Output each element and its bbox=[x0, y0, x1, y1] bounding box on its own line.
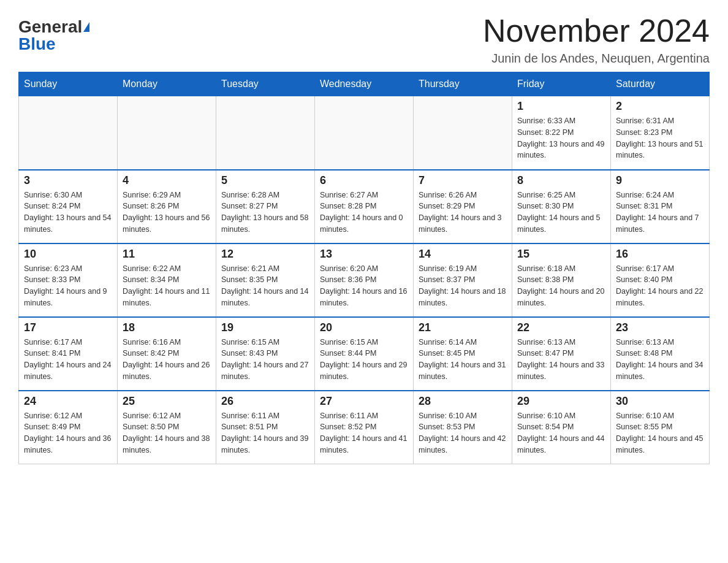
calendar-cell: 28Sunrise: 6:10 AMSunset: 8:53 PMDayligh… bbox=[414, 391, 512, 464]
day-number: 29 bbox=[517, 395, 605, 408]
calendar-cell: 9Sunrise: 6:24 AMSunset: 8:31 PMDaylight… bbox=[611, 170, 710, 243]
col-header-friday: Friday bbox=[512, 72, 611, 96]
day-number: 25 bbox=[123, 395, 211, 408]
day-number: 18 bbox=[123, 321, 211, 334]
sun-info: Sunrise: 6:13 AMSunset: 8:47 PMDaylight:… bbox=[517, 337, 605, 383]
col-header-tuesday: Tuesday bbox=[216, 72, 315, 96]
calendar-cell: 14Sunrise: 6:19 AMSunset: 8:37 PMDayligh… bbox=[414, 243, 512, 317]
day-number: 9 bbox=[616, 174, 704, 187]
logo-general-text: General bbox=[18, 18, 82, 36]
sun-info: Sunrise: 6:15 AMSunset: 8:43 PMDaylight:… bbox=[221, 337, 309, 383]
day-number: 2 bbox=[616, 100, 704, 113]
day-number: 13 bbox=[320, 248, 408, 261]
calendar-cell: 26Sunrise: 6:11 AMSunset: 8:51 PMDayligh… bbox=[216, 391, 315, 464]
calendar-cell: 4Sunrise: 6:29 AMSunset: 8:26 PMDaylight… bbox=[118, 170, 216, 243]
sun-info: Sunrise: 6:31 AMSunset: 8:23 PMDaylight:… bbox=[616, 115, 704, 161]
calendar-cell: 22Sunrise: 6:13 AMSunset: 8:47 PMDayligh… bbox=[512, 317, 611, 391]
col-header-sunday: Sunday bbox=[19, 72, 118, 96]
calendar-cell: 5Sunrise: 6:28 AMSunset: 8:27 PMDaylight… bbox=[216, 170, 315, 243]
col-header-wednesday: Wednesday bbox=[315, 72, 414, 96]
calendar-cell: 16Sunrise: 6:17 AMSunset: 8:40 PMDayligh… bbox=[611, 243, 710, 317]
calendar-cell: 8Sunrise: 6:25 AMSunset: 8:30 PMDaylight… bbox=[512, 170, 611, 243]
calendar-cell: 17Sunrise: 6:17 AMSunset: 8:41 PMDayligh… bbox=[19, 317, 118, 391]
sun-info: Sunrise: 6:13 AMSunset: 8:48 PMDaylight:… bbox=[616, 337, 704, 383]
day-number: 11 bbox=[123, 248, 211, 261]
day-number: 26 bbox=[221, 395, 309, 408]
sun-info: Sunrise: 6:20 AMSunset: 8:36 PMDaylight:… bbox=[320, 263, 408, 309]
sun-info: Sunrise: 6:26 AMSunset: 8:29 PMDaylight:… bbox=[419, 190, 507, 236]
calendar-cell bbox=[19, 96, 118, 170]
sun-info: Sunrise: 6:15 AMSunset: 8:44 PMDaylight:… bbox=[320, 337, 408, 383]
calendar-cell: 24Sunrise: 6:12 AMSunset: 8:49 PMDayligh… bbox=[19, 391, 118, 464]
day-number: 21 bbox=[419, 321, 507, 334]
calendar-week-row: 24Sunrise: 6:12 AMSunset: 8:49 PMDayligh… bbox=[19, 391, 710, 464]
sun-info: Sunrise: 6:29 AMSunset: 8:26 PMDaylight:… bbox=[123, 190, 211, 236]
day-number: 6 bbox=[320, 174, 408, 187]
col-header-thursday: Thursday bbox=[414, 72, 512, 96]
calendar-cell: 19Sunrise: 6:15 AMSunset: 8:43 PMDayligh… bbox=[216, 317, 315, 391]
day-number: 19 bbox=[221, 321, 309, 334]
day-number: 27 bbox=[320, 395, 408, 408]
day-number: 28 bbox=[419, 395, 507, 408]
col-header-saturday: Saturday bbox=[611, 72, 710, 96]
sun-info: Sunrise: 6:17 AMSunset: 8:41 PMDaylight:… bbox=[24, 337, 112, 383]
calendar-cell: 30Sunrise: 6:10 AMSunset: 8:55 PMDayligh… bbox=[611, 391, 710, 464]
sun-info: Sunrise: 6:24 AMSunset: 8:31 PMDaylight:… bbox=[616, 190, 704, 236]
day-number: 20 bbox=[320, 321, 408, 334]
sun-info: Sunrise: 6:19 AMSunset: 8:37 PMDaylight:… bbox=[419, 263, 507, 309]
calendar-cell bbox=[315, 96, 414, 170]
col-header-monday: Monday bbox=[118, 72, 216, 96]
calendar-cell: 2Sunrise: 6:31 AMSunset: 8:23 PMDaylight… bbox=[611, 96, 710, 170]
calendar-cell bbox=[216, 96, 315, 170]
calendar-cell: 11Sunrise: 6:22 AMSunset: 8:34 PMDayligh… bbox=[118, 243, 216, 317]
day-number: 7 bbox=[419, 174, 507, 187]
calendar-cell: 25Sunrise: 6:12 AMSunset: 8:50 PMDayligh… bbox=[118, 391, 216, 464]
calendar-cell: 1Sunrise: 6:33 AMSunset: 8:22 PMDaylight… bbox=[512, 96, 611, 170]
location-subtitle: Junin de los Andes, Neuquen, Argentina bbox=[483, 52, 710, 66]
sun-info: Sunrise: 6:17 AMSunset: 8:40 PMDaylight:… bbox=[616, 263, 704, 309]
day-number: 4 bbox=[123, 174, 211, 187]
day-number: 15 bbox=[517, 248, 605, 261]
calendar-table: SundayMondayTuesdayWednesdayThursdayFrid… bbox=[18, 72, 710, 464]
sun-info: Sunrise: 6:23 AMSunset: 8:33 PMDaylight:… bbox=[24, 263, 112, 309]
calendar-cell bbox=[414, 96, 512, 170]
sun-info: Sunrise: 6:10 AMSunset: 8:53 PMDaylight:… bbox=[419, 410, 507, 456]
sun-info: Sunrise: 6:33 AMSunset: 8:22 PMDaylight:… bbox=[517, 115, 605, 161]
sun-info: Sunrise: 6:10 AMSunset: 8:55 PMDaylight:… bbox=[616, 410, 704, 456]
calendar-week-row: 1Sunrise: 6:33 AMSunset: 8:22 PMDaylight… bbox=[19, 96, 710, 170]
header: General Blue November 2024 Junin de los … bbox=[18, 12, 710, 66]
sun-info: Sunrise: 6:18 AMSunset: 8:38 PMDaylight:… bbox=[517, 263, 605, 309]
calendar-cell: 23Sunrise: 6:13 AMSunset: 8:48 PMDayligh… bbox=[611, 317, 710, 391]
day-number: 8 bbox=[517, 174, 605, 187]
sun-info: Sunrise: 6:16 AMSunset: 8:42 PMDaylight:… bbox=[123, 337, 211, 383]
sun-info: Sunrise: 6:12 AMSunset: 8:50 PMDaylight:… bbox=[123, 410, 211, 456]
month-title: November 2024 bbox=[483, 12, 710, 49]
calendar-header-row: SundayMondayTuesdayWednesdayThursdayFrid… bbox=[19, 72, 710, 96]
calendar-cell: 7Sunrise: 6:26 AMSunset: 8:29 PMDaylight… bbox=[414, 170, 512, 243]
day-number: 16 bbox=[616, 248, 704, 261]
calendar-cell: 20Sunrise: 6:15 AMSunset: 8:44 PMDayligh… bbox=[315, 317, 414, 391]
calendar-cell: 13Sunrise: 6:20 AMSunset: 8:36 PMDayligh… bbox=[315, 243, 414, 317]
day-number: 10 bbox=[24, 248, 112, 261]
day-number: 3 bbox=[24, 174, 112, 187]
day-number: 24 bbox=[24, 395, 112, 408]
day-number: 22 bbox=[517, 321, 605, 334]
calendar-cell: 10Sunrise: 6:23 AMSunset: 8:33 PMDayligh… bbox=[19, 243, 118, 317]
calendar-cell: 29Sunrise: 6:10 AMSunset: 8:54 PMDayligh… bbox=[512, 391, 611, 464]
calendar-cell: 3Sunrise: 6:30 AMSunset: 8:24 PMDaylight… bbox=[19, 170, 118, 243]
calendar-cell: 15Sunrise: 6:18 AMSunset: 8:38 PMDayligh… bbox=[512, 243, 611, 317]
day-number: 14 bbox=[419, 248, 507, 261]
calendar-week-row: 3Sunrise: 6:30 AMSunset: 8:24 PMDaylight… bbox=[19, 170, 710, 243]
day-number: 12 bbox=[221, 248, 309, 261]
calendar-cell: 21Sunrise: 6:14 AMSunset: 8:45 PMDayligh… bbox=[414, 317, 512, 391]
sun-info: Sunrise: 6:25 AMSunset: 8:30 PMDaylight:… bbox=[517, 190, 605, 236]
sun-info: Sunrise: 6:12 AMSunset: 8:49 PMDaylight:… bbox=[24, 410, 112, 456]
logo: General Blue bbox=[18, 18, 89, 53]
sun-info: Sunrise: 6:21 AMSunset: 8:35 PMDaylight:… bbox=[221, 263, 309, 309]
sun-info: Sunrise: 6:30 AMSunset: 8:24 PMDaylight:… bbox=[24, 190, 112, 236]
day-number: 1 bbox=[517, 100, 605, 113]
calendar-cell bbox=[118, 96, 216, 170]
day-number: 30 bbox=[616, 395, 704, 408]
calendar-week-row: 10Sunrise: 6:23 AMSunset: 8:33 PMDayligh… bbox=[19, 243, 710, 317]
sun-info: Sunrise: 6:11 AMSunset: 8:52 PMDaylight:… bbox=[320, 410, 408, 456]
